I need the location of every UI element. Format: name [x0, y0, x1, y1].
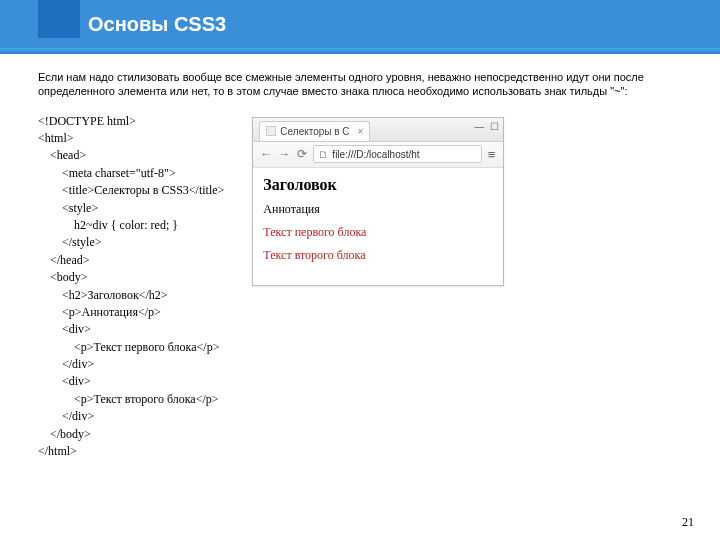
close-icon[interactable]: × — [358, 126, 364, 137]
slide-content: Если нам надо стилизовать вообще все сме… — [0, 54, 720, 460]
browser-window: Селекторы в С × — ☐ ← → ⟳ 🗋 file:///D:/l… — [252, 117, 504, 286]
maximize-icon[interactable]: ☐ — [490, 121, 499, 132]
hamburger-icon: ≡ — [488, 147, 496, 162]
browser-tab[interactable]: Селекторы в С × — [259, 121, 370, 141]
menu-button[interactable]: ≡ — [486, 147, 498, 162]
browser-tabbar: Селекторы в С × — ☐ — [253, 118, 503, 142]
arrow-right-icon: → — [278, 147, 290, 161]
code-block: <!DOCTYPE html> <html> <head> <meta char… — [38, 113, 224, 461]
rendered-heading: Заголовок — [263, 176, 493, 194]
rendered-annotation: Аннотация — [263, 202, 493, 217]
intro-text: Если нам надо стилизовать вообще все сме… — [38, 70, 678, 99]
minimize-icon[interactable]: — — [474, 121, 484, 132]
header-accent-block — [38, 0, 80, 38]
back-button[interactable]: ← — [259, 147, 273, 161]
reload-button[interactable]: ⟳ — [295, 147, 309, 161]
rendered-block2: Текст второго блока — [263, 248, 493, 263]
slide-title: Основы CSS3 — [88, 13, 226, 36]
rendered-page: Заголовок Аннотация Текст первого блока … — [253, 168, 503, 285]
url-text: file:///D:/localhost/ht — [332, 149, 419, 160]
favicon-icon — [266, 126, 276, 136]
address-bar[interactable]: 🗋 file:///D:/localhost/ht — [313, 145, 481, 163]
slide-header: Основы CSS3 — [0, 0, 720, 48]
browser-toolbar: ← → ⟳ 🗋 file:///D:/localhost/ht ≡ — [253, 142, 503, 168]
tab-title: Селекторы в С — [280, 126, 349, 137]
rendered-block1: Текст первого блока — [263, 225, 493, 240]
forward-button[interactable]: → — [277, 147, 291, 161]
page-icon: 🗋 — [318, 149, 328, 160]
window-controls: — ☐ — [474, 121, 499, 132]
page-number: 21 — [682, 515, 694, 530]
main-row: <!DOCTYPE html> <html> <head> <meta char… — [38, 113, 688, 461]
arrow-left-icon: ← — [260, 147, 272, 161]
reload-icon: ⟳ — [297, 147, 307, 161]
